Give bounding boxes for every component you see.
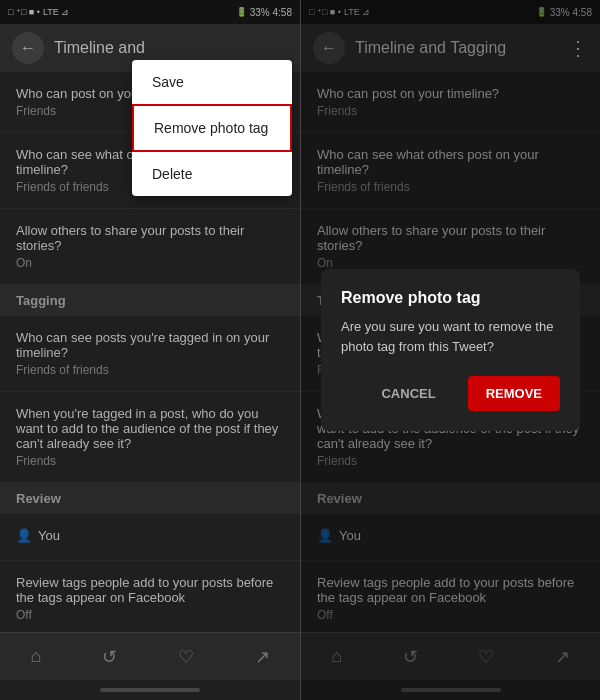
dialog-cancel-button[interactable]: CANCEL	[365, 376, 451, 411]
remove-photo-tag-dialog: Remove photo tag Are you sure you want t…	[321, 269, 580, 431]
dropdown-save[interactable]: Save	[132, 60, 292, 104]
dropdown-remove-photo-tag[interactable]: Remove photo tag	[132, 104, 292, 152]
dropdown-delete[interactable]: Delete	[132, 152, 292, 196]
dialog-buttons: CANCEL REMOVE	[341, 376, 560, 411]
dialog-title: Remove photo tag	[341, 289, 560, 307]
right-panel: □ ⁺□ ■ • LTE ⊿ 🔋 33% 4:58 ← Timeline and…	[300, 0, 600, 700]
dialog-message: Are you sure you want to remove the phot…	[341, 317, 560, 356]
dialog-remove-button[interactable]: REMOVE	[468, 376, 560, 411]
left-panel: □ ⁺□ ■ • LTE ⊿ 🔋 33% 4:58 ← Timeline and…	[0, 0, 300, 700]
dropdown-menu: Save Remove photo tag Delete	[132, 60, 292, 196]
dialog-overlay: Remove photo tag Are you sure you want t…	[301, 0, 600, 700]
